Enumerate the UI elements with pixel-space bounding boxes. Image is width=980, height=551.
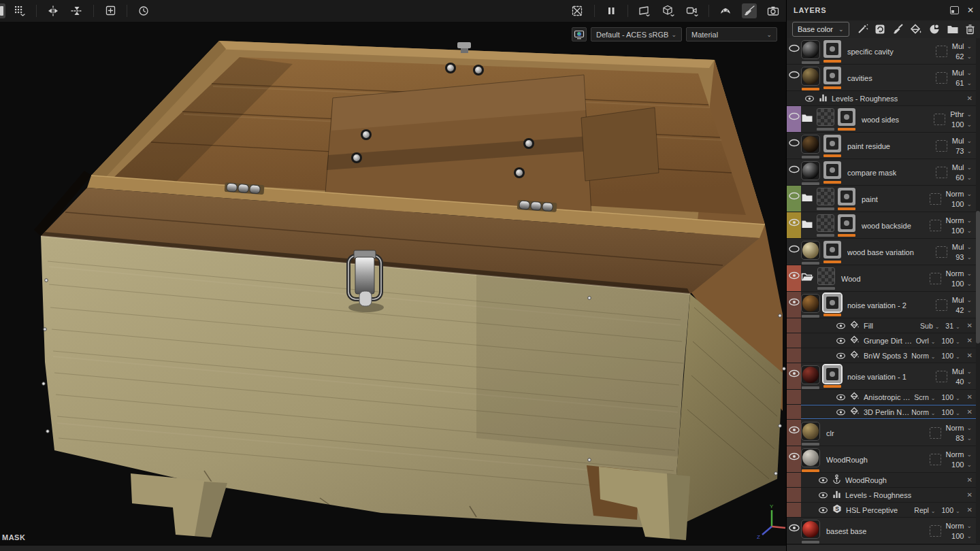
group-thumbnail[interactable] (817, 188, 834, 210)
opacity-dropdown[interactable]: 100 ⌄ (951, 280, 972, 288)
blend-mode-dropdown[interactable]: Norm ⌄ (946, 190, 972, 198)
layer-row[interactable]: specific cavity Mul ⌄ 62 ⌄ (787, 38, 980, 65)
blend-mode-dropdown[interactable]: Norm ⌄ (946, 522, 972, 530)
layer-row[interactable]: cavities Mul ⌄ 61 ⌄ (787, 65, 980, 91)
opacity-dropdown[interactable]: 61 ⌄ (956, 79, 972, 87)
layer-row[interactable]: WoodRough Norm ⌄ 100 ⌄ (787, 446, 980, 473)
effect-row[interactable]: S Grunge Dirt Splats Ovrl ⌄ 100 ⌄ ✕ (787, 333, 980, 348)
add-filter-icon[interactable] (875, 24, 886, 35)
blend-mode-dropdown[interactable]: Mul ⌄ (952, 243, 972, 251)
geometry-mask-indicator[interactable] (936, 246, 947, 258)
layer-color-strip[interactable] (787, 265, 801, 291)
geometry-mask-indicator[interactable] (930, 454, 941, 465)
layer-thumbnail[interactable] (801, 365, 820, 389)
add-paint-layer-icon[interactable] (892, 24, 904, 35)
visibility-eye-icon[interactable] (836, 352, 846, 359)
opacity-dropdown[interactable]: 100 ⌄ (951, 227, 972, 235)
layer-color-strip[interactable] (787, 363, 801, 389)
remove-effect-icon[interactable]: ✕ (967, 352, 973, 359)
history-icon[interactable] (136, 3, 151, 18)
effect-blend-dropdown[interactable]: Ovrl ⌄ 100 ⌄ (916, 337, 960, 345)
physical-paint-icon[interactable] (718, 3, 733, 18)
visibility-eye-icon[interactable] (788, 524, 800, 532)
geometry-mask-indicator[interactable] (936, 371, 947, 382)
layer-row[interactable]: paint Norm ⌄ 100 ⌄ (787, 186, 980, 212)
effect-row[interactable]: S Levels - Roughness ⌄ ⌄ ✕ (787, 91, 980, 106)
mask-thumbnail[interactable] (823, 135, 841, 157)
geometry-mask-indicator[interactable] (930, 193, 941, 205)
layer-row[interactable]: basest base Norm ⌄ 100 ⌄ (787, 518, 980, 544)
visibility-eye-icon[interactable] (788, 218, 800, 227)
group-thumbnail[interactable] (817, 108, 834, 131)
visibility-eye-icon[interactable] (788, 271, 800, 280)
effect-blend-dropdown[interactable]: Norm ⌄ 100 ⌄ (911, 408, 960, 416)
camera-view-icon[interactable] (685, 3, 700, 18)
mesh-cube-icon[interactable] (661, 3, 676, 18)
visibility-eye-icon[interactable] (836, 394, 846, 401)
mask-thumbnail[interactable] (823, 294, 841, 316)
visibility-eye-icon[interactable] (788, 245, 800, 253)
add-effect-wand-icon[interactable] (857, 24, 868, 35)
close-icon[interactable]: ✕ (967, 6, 974, 14)
layer-row[interactable]: wood sides Pthr ⌄ 100 ⌄ (787, 106, 980, 133)
effect-row[interactable]: S WoodRough ⌄ ⌄ ✕ (787, 473, 980, 488)
effect-blend-dropdown[interactable]: Sub ⌄ 31 ⌄ (920, 322, 960, 330)
paint-tool-icon[interactable] (742, 3, 757, 18)
opacity-dropdown[interactable]: 62 ⌄ (956, 52, 972, 61)
layer-row[interactable]: compare mask Mul ⌄ 60 ⌄ (787, 159, 980, 186)
visibility-eye-icon[interactable] (788, 139, 800, 147)
blend-mode-dropdown[interactable]: Pthr ⌄ (950, 110, 972, 118)
3d-viewport[interactable]: Default - ACES sRGB ⌄ Material ⌄ Y X Z M… (0, 22, 786, 551)
layer-thumbnail[interactable] (801, 241, 820, 265)
symmetry-x-icon[interactable] (46, 3, 61, 18)
visibility-eye-icon[interactable] (788, 298, 800, 306)
visibility-eye-icon[interactable] (788, 44, 800, 52)
layer-thumbnail[interactable] (801, 520, 820, 544)
layer-row[interactable]: Wood Norm ⌄ 100 ⌄ (787, 265, 980, 292)
visibility-eye-icon[interactable] (818, 492, 828, 499)
blend-mode-dropdown[interactable]: Norm ⌄ (946, 450, 972, 458)
layer-color-strip[interactable] (787, 518, 801, 544)
geometry-mask-indicator[interactable] (930, 220, 941, 231)
selection-mode-icon[interactable] (12, 3, 27, 18)
visibility-eye-icon[interactable] (788, 112, 800, 120)
layer-color-strip[interactable] (787, 212, 801, 238)
scrollbar-thumb[interactable] (976, 211, 980, 344)
layer-color-strip[interactable] (787, 446, 801, 472)
opacity-dropdown[interactable]: 60 ⌄ (956, 173, 972, 182)
viewport-display-icon[interactable] (637, 3, 652, 18)
remove-effect-icon[interactable]: ✕ (967, 393, 973, 401)
layer-thumbnail[interactable] (801, 294, 820, 318)
layer-row[interactable]: noise variation - 1 Mul ⌄ 40 ⌄ (787, 363, 980, 390)
opacity-dropdown[interactable]: 100 ⌄ (951, 120, 972, 129)
add-group-folder-icon[interactable] (947, 24, 959, 35)
visibility-eye-icon[interactable] (836, 322, 846, 329)
wooden-chest-model[interactable] (0, 22, 786, 551)
axis-gizmo[interactable]: Y X Z (755, 502, 786, 543)
layer-color-strip[interactable] (787, 159, 801, 185)
visibility-eye-icon[interactable] (788, 369, 800, 378)
effect-blend-dropdown[interactable]: Repl ⌄ 100 ⌄ (914, 506, 960, 514)
blend-mode-dropdown[interactable]: Mul ⌄ (952, 296, 972, 304)
add-fill-layer-icon[interactable] (910, 24, 922, 35)
visibility-eye-icon[interactable] (836, 337, 846, 344)
group-thumbnail[interactable] (817, 214, 834, 237)
visibility-eye-icon[interactable] (804, 95, 815, 102)
opacity-dropdown[interactable]: 100 ⌄ (951, 532, 972, 540)
color-profile-dropdown[interactable]: Default - ACES sRGB ⌄ (591, 27, 682, 41)
opacity-dropdown[interactable]: 42 ⌄ (956, 306, 972, 314)
remove-effect-icon[interactable]: ✕ (967, 322, 973, 329)
edge-tool-button[interactable] (0, 3, 5, 18)
layer-thumbnail[interactable] (801, 40, 820, 64)
layer-row[interactable]: clr Norm ⌄ 83 ⌄ (787, 420, 980, 446)
effect-row[interactable]: S Fill Sub ⌄ 31 ⌄ ✕ (787, 318, 980, 333)
effect-row[interactable]: S Levels - Roughness ⌄ ⌄ ✕ (787, 488, 980, 503)
visibility-eye-icon[interactable] (788, 71, 800, 79)
blend-mode-dropdown[interactable]: Mul ⌄ (952, 69, 972, 77)
remove-effect-icon[interactable]: ✕ (967, 95, 973, 102)
lazy-mouse-off-icon[interactable] (570, 3, 585, 18)
blend-mode-dropdown[interactable]: Norm ⌄ (946, 269, 972, 278)
effect-blend-dropdown[interactable]: Norm ⌄ 100 ⌄ (911, 352, 960, 360)
visibility-eye-icon[interactable] (788, 165, 800, 173)
float-window-icon[interactable] (950, 6, 959, 14)
